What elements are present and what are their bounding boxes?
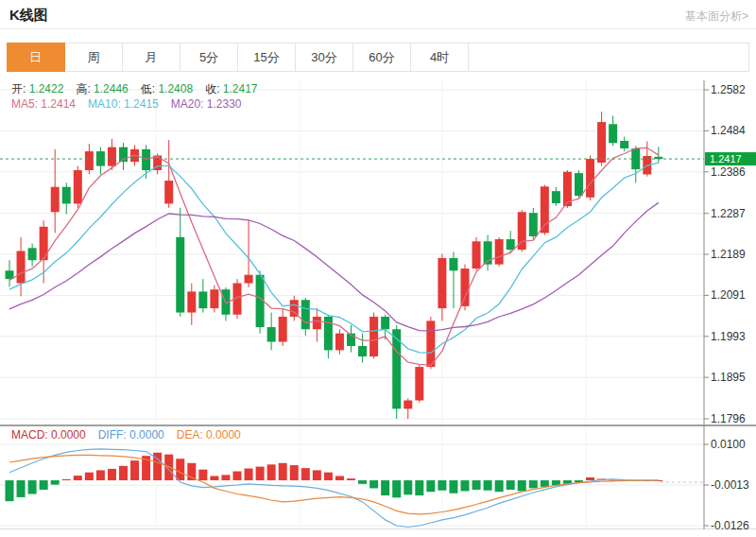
candles — [6, 112, 663, 419]
axis-tick-label: -0.0126 — [711, 519, 749, 532]
axis-tick-label: 1.2582 — [711, 83, 746, 96]
axis-tick-label: 1.2287 — [711, 207, 746, 220]
kline-chart[interactable]: 1.24171.25821.24841.23861.22871.21891.20… — [0, 0, 756, 537]
macd-lines — [9, 449, 704, 528]
ma5-line — [9, 147, 659, 365]
ma-lines — [9, 147, 659, 365]
axis-tick-label: 1.2091 — [711, 288, 746, 302]
axis-tick-label: 1.2386 — [711, 165, 746, 179]
right-axis: 1.25821.24841.23861.22871.21891.20911.19… — [704, 80, 749, 532]
diff-line — [9, 449, 659, 528]
bottom-border — [0, 528, 756, 529]
axis-tick-label: 1.1796 — [711, 412, 746, 425]
axis-tick-label: 1.2189 — [711, 248, 746, 261]
axis-tick-label: 0.0100 — [711, 438, 746, 451]
ma20-line — [9, 202, 659, 331]
macd-histogram — [6, 453, 663, 501]
axis-tick-label: 1.2484 — [711, 124, 746, 137]
panel-separator — [0, 424, 756, 426]
axis-tick-label: -0.0013 — [711, 478, 749, 492]
kline-widget: K线图 基本面分析> 日周月5分15分30分60分4时 1.24171.2582… — [0, 0, 756, 537]
axis-tick-label: 1.1993 — [711, 330, 746, 343]
svg-text:1.2417: 1.2417 — [710, 153, 742, 165]
axis-tick-label: 1.1895 — [711, 371, 746, 384]
